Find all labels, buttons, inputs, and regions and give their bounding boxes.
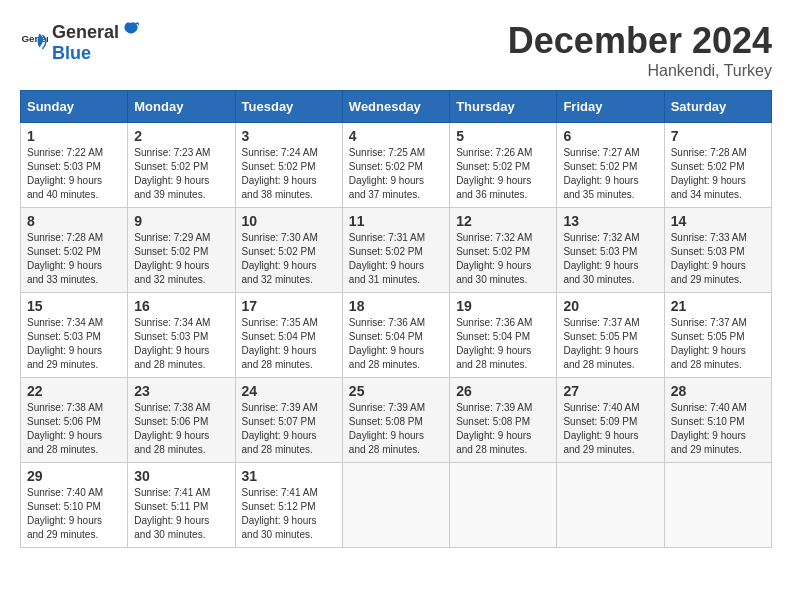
day-number: 19 bbox=[456, 298, 550, 314]
day-header-friday: Friday bbox=[557, 91, 664, 123]
calendar-cell: 23 Sunrise: 7:38 AMSunset: 5:06 PMDaylig… bbox=[128, 378, 235, 463]
day-info: Sunrise: 7:36 AMSunset: 5:04 PMDaylight:… bbox=[456, 317, 532, 370]
calendar-cell: 10 Sunrise: 7:30 AMSunset: 5:02 PMDaylig… bbox=[235, 208, 342, 293]
day-info: Sunrise: 7:34 AMSunset: 5:03 PMDaylight:… bbox=[134, 317, 210, 370]
page-subtitle: Hankendi, Turkey bbox=[508, 62, 772, 80]
day-info: Sunrise: 7:38 AMSunset: 5:06 PMDaylight:… bbox=[134, 402, 210, 455]
day-info: Sunrise: 7:30 AMSunset: 5:02 PMDaylight:… bbox=[242, 232, 318, 285]
svg-text:General: General bbox=[21, 33, 48, 44]
day-number: 30 bbox=[134, 468, 228, 484]
calendar-cell: 31 Sunrise: 7:41 AMSunset: 5:12 PMDaylig… bbox=[235, 463, 342, 548]
day-number: 11 bbox=[349, 213, 443, 229]
day-number: 22 bbox=[27, 383, 121, 399]
day-number: 9 bbox=[134, 213, 228, 229]
calendar-cell: 7 Sunrise: 7:28 AMSunset: 5:02 PMDayligh… bbox=[664, 123, 771, 208]
calendar-cell: 27 Sunrise: 7:40 AMSunset: 5:09 PMDaylig… bbox=[557, 378, 664, 463]
calendar-cell: 3 Sunrise: 7:24 AMSunset: 5:02 PMDayligh… bbox=[235, 123, 342, 208]
page-title: December 2024 bbox=[508, 20, 772, 62]
day-info: Sunrise: 7:25 AMSunset: 5:02 PMDaylight:… bbox=[349, 147, 425, 200]
day-info: Sunrise: 7:32 AMSunset: 5:02 PMDaylight:… bbox=[456, 232, 532, 285]
calendar-cell: 15 Sunrise: 7:34 AMSunset: 5:03 PMDaylig… bbox=[21, 293, 128, 378]
calendar-cell: 11 Sunrise: 7:31 AMSunset: 5:02 PMDaylig… bbox=[342, 208, 449, 293]
day-info: Sunrise: 7:31 AMSunset: 5:02 PMDaylight:… bbox=[349, 232, 425, 285]
day-number: 12 bbox=[456, 213, 550, 229]
day-number: 4 bbox=[349, 128, 443, 144]
week-row-3: 15 Sunrise: 7:34 AMSunset: 5:03 PMDaylig… bbox=[21, 293, 772, 378]
day-header-sunday: Sunday bbox=[21, 91, 128, 123]
calendar-cell: 22 Sunrise: 7:38 AMSunset: 5:06 PMDaylig… bbox=[21, 378, 128, 463]
day-number: 24 bbox=[242, 383, 336, 399]
calendar-cell: 2 Sunrise: 7:23 AMSunset: 5:02 PMDayligh… bbox=[128, 123, 235, 208]
day-number: 27 bbox=[563, 383, 657, 399]
header-row: SundayMondayTuesdayWednesdayThursdayFrid… bbox=[21, 91, 772, 123]
day-info: Sunrise: 7:26 AMSunset: 5:02 PMDaylight:… bbox=[456, 147, 532, 200]
day-number: 13 bbox=[563, 213, 657, 229]
day-info: Sunrise: 7:40 AMSunset: 5:10 PMDaylight:… bbox=[671, 402, 747, 455]
day-info: Sunrise: 7:41 AMSunset: 5:11 PMDaylight:… bbox=[134, 487, 210, 540]
day-info: Sunrise: 7:35 AMSunset: 5:04 PMDaylight:… bbox=[242, 317, 318, 370]
week-row-2: 8 Sunrise: 7:28 AMSunset: 5:02 PMDayligh… bbox=[21, 208, 772, 293]
day-number: 16 bbox=[134, 298, 228, 314]
day-number: 2 bbox=[134, 128, 228, 144]
calendar-cell: 5 Sunrise: 7:26 AMSunset: 5:02 PMDayligh… bbox=[450, 123, 557, 208]
day-info: Sunrise: 7:32 AMSunset: 5:03 PMDaylight:… bbox=[563, 232, 639, 285]
calendar-cell: 8 Sunrise: 7:28 AMSunset: 5:02 PMDayligh… bbox=[21, 208, 128, 293]
calendar-table: SundayMondayTuesdayWednesdayThursdayFrid… bbox=[20, 90, 772, 548]
logo: General General Blue bbox=[20, 20, 141, 64]
day-info: Sunrise: 7:36 AMSunset: 5:04 PMDaylight:… bbox=[349, 317, 425, 370]
day-header-tuesday: Tuesday bbox=[235, 91, 342, 123]
day-number: 6 bbox=[563, 128, 657, 144]
day-number: 29 bbox=[27, 468, 121, 484]
day-number: 8 bbox=[27, 213, 121, 229]
day-header-monday: Monday bbox=[128, 91, 235, 123]
day-number: 20 bbox=[563, 298, 657, 314]
day-number: 25 bbox=[349, 383, 443, 399]
day-number: 23 bbox=[134, 383, 228, 399]
day-info: Sunrise: 7:39 AMSunset: 5:08 PMDaylight:… bbox=[349, 402, 425, 455]
day-number: 21 bbox=[671, 298, 765, 314]
calendar-cell: 28 Sunrise: 7:40 AMSunset: 5:10 PMDaylig… bbox=[664, 378, 771, 463]
day-number: 10 bbox=[242, 213, 336, 229]
day-info: Sunrise: 7:28 AMSunset: 5:02 PMDaylight:… bbox=[27, 232, 103, 285]
day-number: 14 bbox=[671, 213, 765, 229]
day-number: 3 bbox=[242, 128, 336, 144]
calendar-cell bbox=[342, 463, 449, 548]
calendar-cell: 19 Sunrise: 7:36 AMSunset: 5:04 PMDaylig… bbox=[450, 293, 557, 378]
calendar-cell bbox=[557, 463, 664, 548]
calendar-cell: 6 Sunrise: 7:27 AMSunset: 5:02 PMDayligh… bbox=[557, 123, 664, 208]
title-area: December 2024 Hankendi, Turkey bbox=[508, 20, 772, 80]
logo-icon: General bbox=[20, 28, 48, 56]
calendar-cell: 24 Sunrise: 7:39 AMSunset: 5:07 PMDaylig… bbox=[235, 378, 342, 463]
calendar-cell: 29 Sunrise: 7:40 AMSunset: 5:10 PMDaylig… bbox=[21, 463, 128, 548]
calendar-cell: 21 Sunrise: 7:37 AMSunset: 5:05 PMDaylig… bbox=[664, 293, 771, 378]
calendar-cell: 17 Sunrise: 7:35 AMSunset: 5:04 PMDaylig… bbox=[235, 293, 342, 378]
day-number: 17 bbox=[242, 298, 336, 314]
calendar-cell: 18 Sunrise: 7:36 AMSunset: 5:04 PMDaylig… bbox=[342, 293, 449, 378]
day-info: Sunrise: 7:40 AMSunset: 5:09 PMDaylight:… bbox=[563, 402, 639, 455]
day-info: Sunrise: 7:27 AMSunset: 5:02 PMDaylight:… bbox=[563, 147, 639, 200]
day-info: Sunrise: 7:28 AMSunset: 5:02 PMDaylight:… bbox=[671, 147, 747, 200]
day-header-wednesday: Wednesday bbox=[342, 91, 449, 123]
week-row-1: 1 Sunrise: 7:22 AMSunset: 5:03 PMDayligh… bbox=[21, 123, 772, 208]
day-number: 7 bbox=[671, 128, 765, 144]
calendar-cell: 1 Sunrise: 7:22 AMSunset: 5:03 PMDayligh… bbox=[21, 123, 128, 208]
calendar-cell: 25 Sunrise: 7:39 AMSunset: 5:08 PMDaylig… bbox=[342, 378, 449, 463]
day-info: Sunrise: 7:33 AMSunset: 5:03 PMDaylight:… bbox=[671, 232, 747, 285]
logo-general: General bbox=[52, 22, 119, 43]
day-number: 15 bbox=[27, 298, 121, 314]
day-number: 28 bbox=[671, 383, 765, 399]
day-number: 5 bbox=[456, 128, 550, 144]
calendar-cell: 4 Sunrise: 7:25 AMSunset: 5:02 PMDayligh… bbox=[342, 123, 449, 208]
day-info: Sunrise: 7:39 AMSunset: 5:07 PMDaylight:… bbox=[242, 402, 318, 455]
day-number: 26 bbox=[456, 383, 550, 399]
week-row-4: 22 Sunrise: 7:38 AMSunset: 5:06 PMDaylig… bbox=[21, 378, 772, 463]
calendar-cell: 13 Sunrise: 7:32 AMSunset: 5:03 PMDaylig… bbox=[557, 208, 664, 293]
day-info: Sunrise: 7:37 AMSunset: 5:05 PMDaylight:… bbox=[671, 317, 747, 370]
day-info: Sunrise: 7:41 AMSunset: 5:12 PMDaylight:… bbox=[242, 487, 318, 540]
logo-bird-icon bbox=[121, 20, 139, 38]
calendar-cell bbox=[450, 463, 557, 548]
day-info: Sunrise: 7:38 AMSunset: 5:06 PMDaylight:… bbox=[27, 402, 103, 455]
calendar-cell: 9 Sunrise: 7:29 AMSunset: 5:02 PMDayligh… bbox=[128, 208, 235, 293]
logo-blue: Blue bbox=[52, 43, 91, 63]
day-number: 31 bbox=[242, 468, 336, 484]
